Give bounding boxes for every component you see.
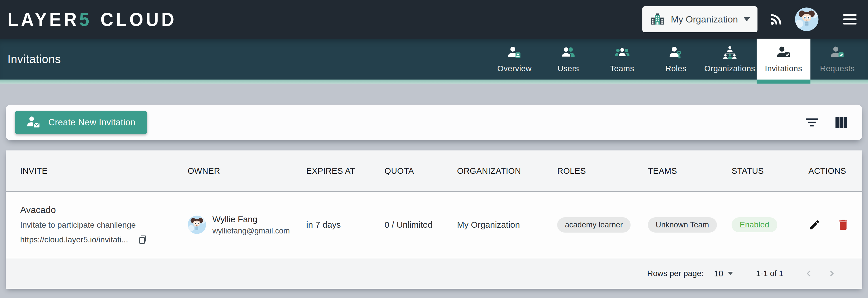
- rows-per-page-label: Rows per page:: [647, 269, 704, 278]
- table-pagination: Rows per page: 10 1-1 of 1: [6, 258, 862, 289]
- filter-icon[interactable]: [805, 117, 818, 128]
- page-title: Invitations: [7, 53, 61, 66]
- rows-per-page-value: 10: [714, 269, 723, 278]
- nav-tabs: Overview Users: [488, 38, 864, 80]
- tab-label: Invitations: [765, 64, 802, 73]
- tab-teams[interactable]: Teams: [595, 38, 649, 80]
- table-row: Avacado Invitate to participate chanllen…: [6, 192, 862, 258]
- person-badge-icon: [507, 45, 522, 60]
- invite-description: Invitate to participate chanllenge: [20, 220, 188, 230]
- tab-label: Roles: [665, 64, 686, 73]
- tab-organizations[interactable]: Organizations: [703, 38, 756, 80]
- nav-accent-strip: [0, 80, 868, 84]
- menu-icon[interactable]: [843, 14, 857, 25]
- tab-users[interactable]: Users: [541, 38, 595, 80]
- secondary-nav: Invitations Overview: [0, 38, 868, 84]
- column-header-status[interactable]: STATUS: [732, 166, 808, 176]
- person-check-icon: [776, 45, 792, 60]
- column-header-expires-at[interactable]: EXPIRES AT: [306, 166, 384, 176]
- invite-name: Avacado: [20, 205, 188, 215]
- pencil-icon: [808, 219, 820, 231]
- invitations-table: INVITE OWNER EXPIRES AT QUOTA ORGANIZATI…: [6, 151, 862, 289]
- create-new-invitation-button[interactable]: Create New Invitation: [15, 111, 147, 134]
- pagination-range: 1-1 of 1: [756, 269, 783, 278]
- edit-invitation-button[interactable]: [808, 219, 820, 231]
- org-hierarchy-icon: [722, 45, 738, 60]
- layer5-cloud-logo: LAYER5CLOUD: [7, 9, 177, 30]
- column-header-owner[interactable]: OWNER: [188, 166, 306, 176]
- status-cell: Enabled: [732, 217, 808, 232]
- tab-label: Users: [557, 64, 579, 73]
- teams-icon: [615, 45, 630, 60]
- logo-accent-5: 5: [79, 9, 92, 30]
- status-badge: Enabled: [732, 217, 777, 232]
- chevron-left-icon[interactable]: [804, 268, 814, 279]
- organization-selector[interactable]: My Organization: [642, 6, 757, 32]
- app-window: LAYER5CLOUD: [0, 0, 868, 298]
- logo-text: LAYER: [7, 9, 79, 30]
- owner-cell: Wyllie Fang wylliefang@gmail.com: [188, 214, 306, 236]
- app-header: LAYER5CLOUD: [0, 0, 868, 38]
- tab-overview[interactable]: Overview: [488, 38, 541, 80]
- organization-cell: My Organization: [457, 220, 557, 230]
- building-icon: [650, 11, 665, 27]
- create-button-label: Create New Invitation: [48, 117, 135, 128]
- tab-label: Overview: [497, 64, 532, 73]
- roles-cell: academy learner: [557, 217, 648, 233]
- owner-name: Wyllie Fang: [212, 214, 290, 224]
- owner-avatar-image-icon: [188, 216, 206, 234]
- tab-label: Teams: [610, 64, 634, 73]
- table-toolbar: Create New Invitation: [6, 105, 862, 140]
- column-header-roles[interactable]: ROLES: [557, 166, 648, 176]
- tab-label: Requests: [820, 64, 855, 73]
- tab-invitations[interactable]: Invitations: [756, 38, 810, 80]
- tab-label: Organizations: [704, 64, 755, 73]
- user-avatar[interactable]: [795, 7, 818, 31]
- rows-per-page-select[interactable]: 10: [714, 269, 733, 278]
- chevron-right-icon[interactable]: [827, 268, 837, 279]
- users-icon: [561, 45, 576, 60]
- column-header-invite[interactable]: INVITE: [20, 166, 188, 176]
- column-header-teams[interactable]: TEAMS: [648, 166, 732, 176]
- column-header-actions[interactable]: ACTIONS: [808, 166, 851, 176]
- role-chip: academy learner: [557, 217, 630, 233]
- team-chip: Unknown Team: [648, 217, 717, 233]
- actions-cell: [808, 218, 851, 232]
- organization-selector-value: My Organization: [671, 14, 738, 25]
- trash-icon: [837, 218, 850, 232]
- tab-roles[interactable]: Roles: [649, 38, 703, 80]
- column-header-quota[interactable]: QUOTA: [384, 166, 457, 176]
- column-header-organization[interactable]: ORGANIZATION: [457, 166, 557, 176]
- invite-cell: Avacado Invitate to participate chanllen…: [20, 205, 188, 245]
- columns-icon[interactable]: [835, 116, 847, 129]
- logo-cloud: CLOUD: [100, 9, 177, 30]
- person-key-icon: [668, 45, 684, 60]
- caret-down-icon: [728, 272, 733, 275]
- header-actions: My Organization: [642, 6, 857, 32]
- teams-cell: Unknown Team: [648, 217, 732, 233]
- expires-at-cell: in 7 days: [306, 220, 384, 230]
- tab-requests[interactable]: Requests: [810, 38, 864, 80]
- requests-person-check-icon: [830, 45, 845, 60]
- delete-invitation-button[interactable]: [837, 218, 850, 232]
- owner-avatar: [188, 216, 206, 234]
- invite-link: https://cloud.layer5.io/invitati...: [20, 235, 128, 244]
- quota-cell: 0 / Unlimited: [384, 220, 457, 230]
- avatar-image-icon: [795, 7, 818, 31]
- table-header-row: INVITE OWNER EXPIRES AT QUOTA ORGANIZATI…: [6, 151, 862, 192]
- caret-down-icon: [744, 17, 750, 21]
- feed-icon[interactable]: [768, 11, 784, 27]
- toolbar-icons: [805, 116, 847, 129]
- owner-email: wylliefang@gmail.com: [212, 226, 290, 236]
- invite-person-mail-icon: [27, 115, 41, 130]
- copy-icon[interactable]: [138, 234, 148, 245]
